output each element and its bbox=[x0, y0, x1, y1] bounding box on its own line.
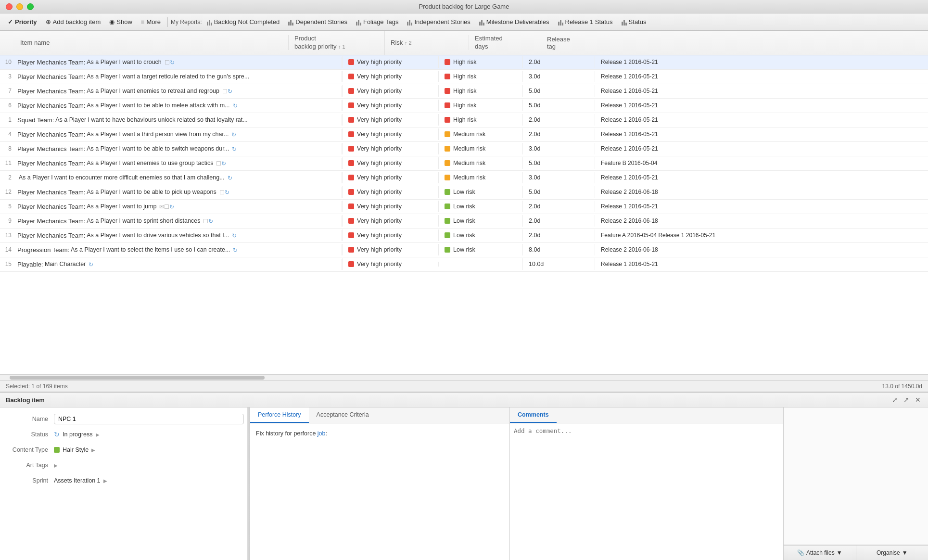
panel-expand-button[interactable]: ↗ bbox=[902, 395, 911, 404]
tab-perforce-history[interactable]: Perforce History bbox=[250, 407, 309, 423]
table-row[interactable]: 8 Player Mechanics Team: As a Player I w… bbox=[0, 142, 928, 156]
col-header-risk[interactable]: Risk ↑ 2 bbox=[385, 35, 469, 50]
table-row[interactable]: 4 Player Mechanics Team: As a Player I w… bbox=[0, 127, 928, 142]
table-row[interactable]: 13 Player Mechanics Team: As a Player I … bbox=[0, 229, 928, 243]
comment-input[interactable] bbox=[514, 427, 779, 556]
refresh-icon[interactable]: ↻ bbox=[170, 59, 175, 66]
minimize-button[interactable] bbox=[16, 3, 23, 10]
table-row[interactable]: 9 Player Mechanics Team: As a Player I w… bbox=[0, 214, 928, 229]
tab-acceptance-criteria[interactable]: Acceptance Criteria bbox=[309, 407, 377, 423]
attach-files-button[interactable]: 📎 Attach files ▼ bbox=[784, 545, 856, 560]
table-row[interactable]: 3 Player Mechanics Team: As a Player I w… bbox=[0, 70, 928, 84]
row-priority: Very high priority bbox=[342, 128, 438, 140]
refresh-icon[interactable]: ↻ bbox=[233, 102, 238, 109]
table-row[interactable]: 7 Player Mechanics Team: As a Player I w… bbox=[0, 84, 928, 99]
checkbox-icon[interactable]: ☐ bbox=[216, 160, 221, 167]
checkbox-icon[interactable]: ☐ bbox=[222, 88, 228, 95]
table-row[interactable]: 12 Player Mechanics Team: As a Player I … bbox=[0, 185, 928, 200]
horizontal-scrollbar[interactable] bbox=[0, 374, 928, 380]
refresh-icon[interactable]: ↻ bbox=[232, 146, 237, 153]
content-type-label: Content Type bbox=[6, 446, 54, 453]
priority-label: Very high priority bbox=[357, 174, 402, 181]
panel-collapse-button[interactable]: ⤢ bbox=[890, 395, 899, 404]
status-bar: Selected: 1 of 169 items 13.0 of 1450.0d bbox=[0, 380, 928, 392]
refresh-icon[interactable]: ↻ bbox=[232, 232, 237, 239]
show-button[interactable]: ◉ Show bbox=[105, 16, 136, 27]
priority-label: Very high priority bbox=[357, 203, 402, 210]
maximize-button[interactable] bbox=[27, 3, 34, 10]
row-icons: ☐↻ bbox=[219, 189, 229, 196]
col-header-priority[interactable]: Productbacklog priority ↑ 1 bbox=[289, 31, 385, 55]
table-row[interactable]: 2 As a Player I want to encounter more d… bbox=[0, 171, 928, 185]
chart-icon bbox=[558, 19, 563, 25]
priority-dot bbox=[348, 261, 354, 267]
row-icons: ↻ bbox=[232, 145, 237, 153]
report-status[interactable]: Status bbox=[618, 16, 650, 27]
toolbar: ✓ Priority ⊕ Add backlog item ◉ Show ≡ M… bbox=[0, 13, 928, 31]
refresh-icon[interactable]: ↻ bbox=[228, 175, 232, 181]
refresh-icon[interactable]: ↻ bbox=[89, 261, 93, 268]
table-row[interactable]: 10 Player Mechanics Team: As a Player I … bbox=[0, 55, 928, 70]
checkbox-icon[interactable]: ☐ bbox=[165, 59, 170, 66]
table-row[interactable]: 15 Playable: Main Character ↻ Very high … bbox=[0, 257, 928, 272]
row-release-tag: Feature A 2016-05-04 Release 1 2016-05-2… bbox=[595, 229, 928, 241]
row-estimated-days: 3.0d bbox=[522, 143, 595, 154]
risk-dot bbox=[445, 74, 450, 79]
table-row[interactable]: 5 Player Mechanics Team: As a Player I w… bbox=[0, 200, 928, 214]
report-release-1-status[interactable]: Release 1 Status bbox=[554, 16, 617, 27]
row-number: 14 bbox=[0, 246, 14, 253]
chevron-right-icon[interactable]: ▶ bbox=[91, 447, 95, 453]
scroll-thumb[interactable] bbox=[10, 376, 265, 380]
team-name: Player Mechanics Team: bbox=[17, 102, 85, 109]
comments-tab[interactable]: Comments bbox=[510, 407, 557, 423]
priority-button[interactable]: ✓ Priority bbox=[4, 16, 41, 27]
email-icon[interactable]: ✉ bbox=[159, 204, 164, 210]
row-description: As a Player I want to have behaviours un… bbox=[54, 116, 247, 123]
refresh-icon[interactable]: ↻ bbox=[169, 204, 174, 210]
team-name: Player Mechanics Team: bbox=[17, 145, 85, 153]
total-days: 13.0 of 1450.0d bbox=[882, 383, 922, 390]
risk-dot bbox=[445, 146, 450, 152]
table-row[interactable]: 14 Progression Team: As a Player I want … bbox=[0, 243, 928, 257]
refresh-icon[interactable]: ↻ bbox=[231, 131, 236, 138]
col-header-release-tag: Releasetag bbox=[541, 32, 928, 54]
priority-dot bbox=[348, 204, 354, 209]
chevron-right-icon[interactable]: ▶ bbox=[96, 432, 100, 437]
report-backlog-not-completed[interactable]: Backlog Not Completed bbox=[203, 16, 284, 27]
refresh-icon[interactable]: ↻ bbox=[208, 218, 213, 225]
window-title: Product backlog for Large Game bbox=[419, 3, 509, 10]
report-milestone-deliverables[interactable]: Milestone Deliverables bbox=[475, 16, 553, 27]
name-input[interactable] bbox=[54, 414, 244, 424]
row-number: 15 bbox=[0, 261, 14, 267]
sort-indicator-1: ↑ 1 bbox=[338, 44, 345, 50]
row-icons: ↻ bbox=[228, 174, 232, 181]
row-priority: Very high priority bbox=[342, 258, 438, 270]
refresh-icon[interactable]: ↻ bbox=[221, 160, 226, 167]
checkbox-icon[interactable]: ☐ bbox=[203, 218, 208, 225]
table-row[interactable]: 1 Squad Team: As a Player I want to have… bbox=[0, 113, 928, 127]
risk-dot bbox=[445, 59, 450, 65]
chevron-right-icon[interactable]: ▶ bbox=[103, 478, 107, 484]
priority-label: Very high priority bbox=[357, 145, 402, 152]
organise-button[interactable]: Organise ▼ bbox=[856, 545, 928, 560]
row-number: 7 bbox=[0, 88, 14, 94]
checkbox-icon[interactable]: ☐ bbox=[219, 189, 225, 196]
table-row[interactable]: 6 Player Mechanics Team: As a Player I w… bbox=[0, 99, 928, 113]
row-priority: Very high priority bbox=[342, 85, 438, 97]
refresh-icon[interactable]: ↻ bbox=[228, 88, 232, 95]
report-independent-stories[interactable]: Independent Stories bbox=[403, 16, 474, 27]
refresh-icon[interactable]: ↻ bbox=[233, 247, 238, 254]
panel-close-button[interactable]: ✕ bbox=[914, 395, 922, 404]
resize-handle[interactable] bbox=[247, 407, 250, 560]
add-backlog-button[interactable]: ⊕ Add backlog item bbox=[42, 16, 105, 27]
table-row[interactable]: 11 Player Mechanics Team: As a Player I … bbox=[0, 156, 928, 171]
close-button[interactable] bbox=[6, 3, 13, 10]
priority-label: Very high priority bbox=[357, 102, 402, 109]
chevron-right-icon[interactable]: ▶ bbox=[54, 463, 58, 468]
checkbox-icon[interactable]: ☐ bbox=[164, 204, 169, 210]
perforce-link[interactable]: job bbox=[318, 430, 326, 437]
report-foliage-tags[interactable]: Foliage Tags bbox=[352, 16, 402, 27]
more-button[interactable]: ≡ More bbox=[137, 16, 165, 27]
refresh-icon[interactable]: ↻ bbox=[225, 189, 229, 196]
report-dependent-stories[interactable]: Dependent Stories bbox=[284, 16, 351, 27]
